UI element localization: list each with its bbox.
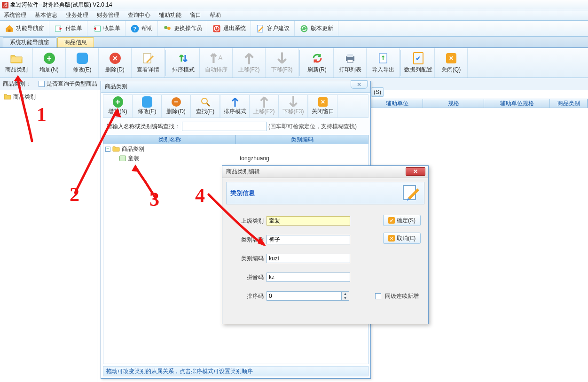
minus-circle-icon: − <box>172 97 181 107</box>
catwin-up: 上移(F2) <box>250 95 279 117</box>
btn-move-down: 下移(F3) <box>266 48 298 78</box>
spinner-buttons[interactable]: ▲▼ <box>342 291 349 301</box>
col-aux-spec[interactable]: 辅助单位规格 <box>484 99 550 108</box>
col-spec[interactable]: 规格 <box>423 99 484 108</box>
svg-text:AZ: AZ <box>218 54 223 62</box>
lbl-order: 排序码 <box>222 292 264 300</box>
dlg-header: 类别信息 <box>226 182 424 204</box>
menu-query[interactable]: 查询中心 <box>128 11 150 19</box>
svg-rect-15 <box>347 54 353 57</box>
catwin-close[interactable]: ✕ 关闭窗口 <box>308 95 337 117</box>
menu-finance[interactable]: 财务管理 <box>97 11 119 19</box>
btn-column-config[interactable]: 数据列配置 <box>402 48 435 78</box>
left-category-tree: 商品类别 <box>0 90 97 382</box>
folder-icon <box>4 93 11 101</box>
list-row-root[interactable]: − 商品类别 <box>103 144 368 154</box>
search-input[interactable] <box>182 122 267 131</box>
inp-name[interactable] <box>267 235 350 244</box>
catwin-delete[interactable]: − 删除(D) <box>162 95 191 117</box>
inp-order[interactable] <box>267 291 342 301</box>
catwin-search-row: 请输入名称或类别编码查找： (回车即可检索定位，支持模糊查找) <box>101 118 370 135</box>
btn-refresh[interactable]: 刷新(R) <box>301 48 334 78</box>
help-icon: ? <box>130 24 140 33</box>
tree-collapse-icon[interactable]: − <box>105 147 110 152</box>
tab-product-info[interactable]: 商品信息 <box>57 37 94 47</box>
btn-auto-sort: AZ 自动排序 <box>200 48 233 78</box>
catwin-find[interactable]: 查找(F) <box>191 95 220 117</box>
tb-nav-window[interactable]: 功能导航窗 <box>0 21 49 36</box>
power-icon <box>212 24 221 33</box>
filter-label: 商品类别： <box>3 80 31 88</box>
menu-window[interactable]: 窗口 <box>190 11 201 19</box>
btn-delete[interactable]: 删除(D) <box>99 48 132 78</box>
search-label: 请输入名称或类别编码查找： <box>107 123 180 131</box>
dlg-close-button[interactable]: ✕ <box>406 167 425 176</box>
tb-exit[interactable]: 退出系统 <box>207 21 251 36</box>
grid-side-button[interactable]: (S) <box>371 87 384 97</box>
catwin-list-header: 类别名称 类别编码 <box>103 135 368 144</box>
filter-checkbox[interactable] <box>39 81 45 87</box>
menu-system[interactable]: 系统管理 <box>4 11 26 19</box>
dlg-titlebar[interactable]: 商品类别编辑 ✕ <box>222 166 428 178</box>
tb-change-oper[interactable]: 更换操作员 <box>158 21 207 36</box>
menu-help[interactable]: 帮助 <box>210 11 221 19</box>
btn-edit[interactable]: 修改(E) <box>66 48 99 78</box>
lbl-pinyin: 拼音码 <box>222 273 264 281</box>
spin-up-icon[interactable]: ▲ <box>342 292 349 296</box>
list-row-child[interactable]: 童装 tongzhuang <box>103 154 368 163</box>
cancel-button[interactable]: ✕ 取消(C) <box>383 233 421 244</box>
catwin-toolbar: + 增加(N) 修改(E) − 删除(D) 查找(F) 排序模式 上移(F2) … <box>103 94 368 118</box>
btn-import-export[interactable]: 导入导出 <box>367 48 400 78</box>
catwin-titlebar[interactable]: 商品类别 ✕ <box>101 81 370 93</box>
col-cat-name[interactable]: 类别名称 <box>103 135 236 144</box>
annotation-num-4: 4 <box>195 184 205 207</box>
folder-open-icon <box>10 52 23 65</box>
svg-point-18 <box>202 98 207 104</box>
tb-suggest[interactable]: 客户建议 <box>251 21 295 36</box>
spin-down-icon[interactable]: ▼ <box>342 296 349 300</box>
btn-sort-mode[interactable]: 排序模式 <box>167 48 200 78</box>
sort-arrows-icon <box>177 52 190 65</box>
tab-nav[interactable]: 系统功能导航窗 <box>3 37 56 47</box>
inp-parent[interactable] <box>267 216 350 226</box>
tb-help[interactable]: ? 帮助 <box>125 21 158 36</box>
arrow-down-icon <box>288 97 298 107</box>
tb-recv-bill[interactable]: 收款单 <box>87 21 125 36</box>
app-title: 象过河软件--财务经典版(试用版) V2.0.14 <box>10 1 112 9</box>
annotation-num-1: 1 <box>37 103 47 126</box>
btn-detail[interactable]: 查看详情 <box>132 48 165 78</box>
col-category[interactable]: 商品类别 <box>550 99 588 108</box>
col-aux-unit[interactable]: 辅助单位 <box>371 99 423 108</box>
catwin-add[interactable]: + 增加(N) <box>103 95 133 117</box>
tree-root[interactable]: 商品类别 <box>4 92 97 101</box>
search-icon <box>200 97 211 107</box>
config-check-icon <box>413 52 423 64</box>
continuous-add-checkbox[interactable] <box>375 293 381 299</box>
catwin-edit[interactable]: 修改(E) <box>133 95 162 117</box>
lbl-parent: 上级类别 <box>222 217 264 225</box>
btn-category[interactable]: 商品类别 <box>0 48 33 78</box>
menu-aux[interactable]: 辅助功能 <box>159 11 181 19</box>
catwin-close-button[interactable]: ✕ <box>351 80 368 89</box>
menu-baseinfo[interactable]: 基本信息 <box>35 11 57 19</box>
autosort-icon: AZ <box>210 52 223 65</box>
col-cat-code[interactable]: 类别编码 <box>236 135 368 144</box>
btn-print[interactable]: 打印列表 <box>334 48 367 78</box>
annotation-num-3: 3 <box>149 188 159 210</box>
menu-biz[interactable]: 业务处理 <box>66 11 88 19</box>
filter-chk-label: 是否查询子类型商品 <box>47 80 97 88</box>
tb-pay-bill[interactable]: 付款单 <box>49 21 87 36</box>
annotation-num-2: 2 <box>70 183 79 206</box>
edit-square-icon <box>142 96 152 108</box>
tb-update[interactable]: 版本更新 <box>295 21 338 36</box>
tab-strip: 系统功能导航窗 商品信息 <box>0 37 588 48</box>
menu-bar: 系统管理 基本信息 业务处理 财务管理 查询中心 辅助功能 窗口 帮助 <box>0 10 588 21</box>
inp-pinyin[interactable] <box>267 273 350 282</box>
inp-code[interactable] <box>267 254 350 263</box>
refresh-icon <box>311 52 324 65</box>
catwin-sort[interactable]: 排序模式 <box>220 95 250 117</box>
btn-add[interactable]: + 增加(N) <box>33 48 66 78</box>
btn-close-page[interactable]: ✕ 关闭(Q) <box>435 48 468 78</box>
ok-button[interactable]: ✔ 确定(S) <box>383 215 421 226</box>
users-icon <box>163 24 172 33</box>
